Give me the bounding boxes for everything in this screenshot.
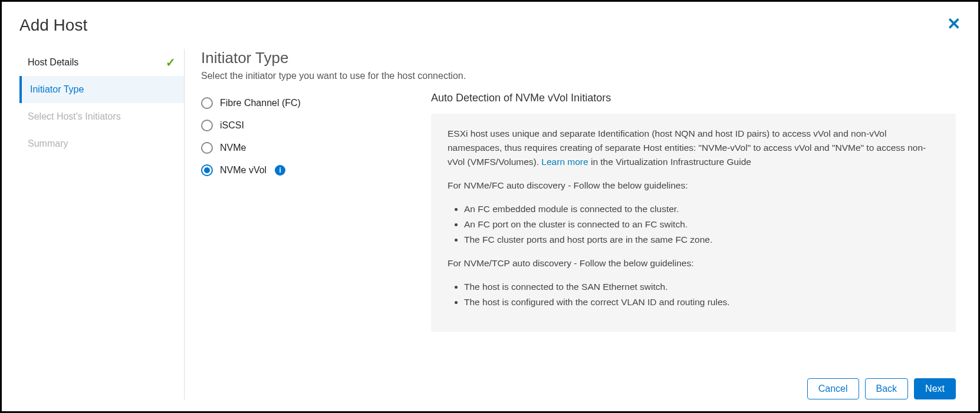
close-icon[interactable]: ✕ xyxy=(947,16,961,32)
radio-icon xyxy=(201,142,213,154)
info-column: Auto Detection of NVMe vVol Initiators E… xyxy=(431,92,956,368)
dialog-title: Add Host xyxy=(19,16,87,35)
info-paragraph-1: ESXi host uses unique and separate Ident… xyxy=(448,127,939,169)
info-text: in the Virtualization Infrastructure Gui… xyxy=(588,157,751,167)
sidebar-item-select-hosts-initiators: Select Host's Initiators xyxy=(19,103,184,130)
info-paragraph-3: For NVMe/TCP auto discovery - Follow the… xyxy=(448,256,939,270)
dialog-body: Host Details ✓ Initiator Type Select Hos… xyxy=(19,49,961,399)
radio-nvme[interactable]: NVMe xyxy=(201,137,413,159)
radio-iscsi[interactable]: iSCSI xyxy=(201,114,413,137)
content-row: Fibre Channel (FC) iSCSI NVMe NVMe vVol … xyxy=(201,92,956,368)
radio-icon xyxy=(201,97,213,109)
list-item: An FC embedded module is connected to th… xyxy=(464,202,939,216)
sidebar-item-label: Host Details xyxy=(28,57,78,68)
info-box: ESXi host uses unique and separate Ident… xyxy=(431,114,956,332)
next-button[interactable]: Next xyxy=(914,378,956,399)
cancel-button[interactable]: Cancel xyxy=(807,378,859,399)
radio-label: NVMe vVol xyxy=(220,165,267,176)
sidebar-item-label: Summary xyxy=(28,138,68,149)
main-panel: Initiator Type Select the initiator type… xyxy=(185,49,961,399)
dialog-footer: Cancel Back Next xyxy=(201,368,956,399)
list-item: The FC cluster ports and host ports are … xyxy=(464,233,939,247)
radio-nvme-vvol[interactable]: NVMe vVol i xyxy=(201,159,413,181)
info-list-tcp: The host is connected to the SAN Etherne… xyxy=(448,280,939,309)
sidebar-item-host-details[interactable]: Host Details ✓ xyxy=(19,49,184,76)
radio-fibre-channel[interactable]: Fibre Channel (FC) xyxy=(201,92,413,114)
sidebar-item-summary: Summary xyxy=(19,130,184,157)
sidebar-item-initiator-type[interactable]: Initiator Type xyxy=(19,76,184,103)
check-icon: ✓ xyxy=(166,55,176,70)
info-paragraph-2: For NVMe/FC auto discovery - Follow the … xyxy=(448,179,939,193)
panel-heading: Initiator Type xyxy=(201,49,956,67)
learn-more-link[interactable]: Learn more xyxy=(541,157,588,167)
back-button[interactable]: Back xyxy=(865,378,909,399)
sidebar-item-label: Initiator Type xyxy=(30,84,84,95)
radio-label: NVMe xyxy=(220,143,246,153)
dialog-header: Add Host ✕ xyxy=(19,16,961,35)
list-item: The host is configured with the correct … xyxy=(464,295,939,309)
add-host-dialog: Add Host ✕ Host Details ✓ Initiator Type… xyxy=(2,2,978,411)
radio-icon xyxy=(201,120,213,131)
panel-subheading: Select the initiator type you want to us… xyxy=(201,71,956,81)
sidebar-item-label: Select Host's Initiators xyxy=(28,111,121,122)
info-list-fc: An FC embedded module is connected to th… xyxy=(448,202,939,247)
radio-icon xyxy=(201,164,213,176)
info-title: Auto Detection of NVMe vVol Initiators xyxy=(431,92,956,104)
list-item: The host is connected to the SAN Etherne… xyxy=(464,280,939,294)
list-item: An FC port on the cluster is connected t… xyxy=(464,217,939,232)
initiator-type-radio-group: Fibre Channel (FC) iSCSI NVMe NVMe vVol … xyxy=(201,92,413,368)
radio-label: Fibre Channel (FC) xyxy=(220,98,301,108)
wizard-sidebar: Host Details ✓ Initiator Type Select Hos… xyxy=(19,49,185,399)
info-icon[interactable]: i xyxy=(275,165,285,176)
radio-label: iSCSI xyxy=(220,120,244,131)
